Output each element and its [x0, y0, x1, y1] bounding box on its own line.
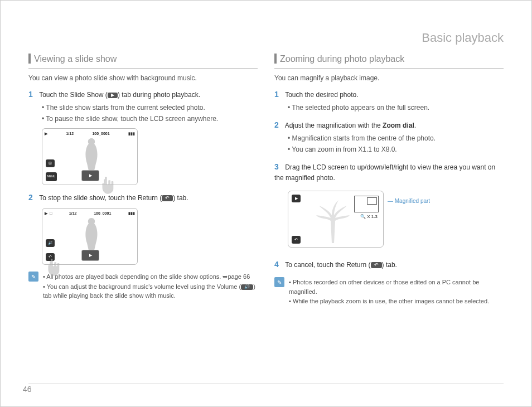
intro-text: You can view a photo slide show with bac…	[28, 73, 258, 83]
lcd-mockup-return: ▶ □ 1/12 100_0001 ▮▮▮ 🔊 ↶ ▶	[42, 208, 138, 265]
touch-hand-icon	[98, 175, 118, 195]
substep: To pause the slide show, touch the LCD s…	[42, 114, 258, 124]
substep: You can zoom in from X1.1 to X8.0.	[288, 144, 504, 154]
section-heading-slideshow: Viewing a slide show	[28, 52, 258, 69]
step-2: 2 Adjust the magnification with the Zoom…	[274, 119, 504, 154]
note-item: All photos are played back depending on …	[43, 272, 258, 282]
return-tab-icon	[371, 262, 382, 268]
heading-bar-icon	[28, 54, 31, 64]
step-text: Drag the LCD screen to up/down/left/righ…	[274, 163, 495, 182]
note-box: ✎ Photos recorded on other devices or th…	[274, 277, 504, 307]
step-text: To stop the slide show, touch the Return…	[39, 194, 188, 202]
battery-icon: ▮▮▮	[128, 211, 135, 217]
play-icon: ▶	[292, 195, 301, 202]
substep: The selected photo appears on the full s…	[288, 103, 504, 113]
left-column: Viewing a slide show You can view a phot…	[28, 52, 258, 307]
counter: 1/12	[69, 211, 77, 217]
palm-tree-icon	[305, 196, 361, 243]
step-number: 4	[274, 259, 283, 270]
step-3: 3 Drag the LCD screen to up/down/left/ri…	[274, 161, 504, 248]
step-text: Touch the Slide Show (▶) tab during phot…	[39, 91, 200, 99]
step-1: 1 Touch the Slide Show (▶) tab during ph…	[28, 89, 258, 185]
return-tab-icon	[162, 195, 173, 201]
heading-text: Viewing a slide show	[34, 54, 117, 64]
note-item: While the playback zoom is in use, the o…	[289, 297, 504, 306]
step-text: Touch the desired photo.	[285, 91, 358, 99]
note-item: Photos recorded on other devices or thos…	[289, 278, 504, 296]
step-number: 3	[274, 161, 283, 173]
note-item: You can adjust the background music's vo…	[43, 282, 258, 301]
page-number: 46	[23, 384, 32, 395]
substep: Magnification starts from the centre of …	[288, 133, 504, 143]
magnify-overview-box	[354, 196, 379, 212]
right-column: Zooming during photo playback You can ma…	[274, 52, 504, 307]
battery-icon: ▮▮▮	[128, 131, 135, 137]
step-number: 1	[274, 89, 283, 100]
section-heading-zoom: Zooming during photo playback	[274, 52, 504, 69]
menu-button: MENU	[46, 172, 57, 181]
slideshow-bar-icon: ▶	[81, 170, 99, 181]
heading-text: Zooming during photo playback	[280, 54, 404, 64]
steps-list: 1 Touch the Slide Show (▶) tab during ph…	[28, 89, 258, 265]
return-icon: ↶	[292, 236, 301, 244]
zoom-level-label: 🔍 X 1.3	[360, 214, 378, 220]
heading-bar-icon	[274, 54, 277, 64]
two-column-layout: Viewing a slide show You can view a phot…	[28, 52, 504, 307]
footer-divider	[28, 384, 504, 384]
substeps: Magnification starts from the centre of …	[288, 133, 504, 154]
substeps: The selected photo appears on the full s…	[288, 103, 504, 113]
note-list: All photos are played back depending on …	[43, 272, 258, 301]
counter: 1/12	[66, 131, 74, 137]
manual-page: Basic playback Viewing a slide show You …	[0, 0, 532, 407]
lcd-mockup-zoom: ▶ 🔍 X 1.3 ↶ — Magnified part	[288, 191, 384, 248]
thumbnail-icon: ⊞	[46, 159, 55, 167]
note-icon: ✎	[28, 272, 38, 282]
intro-text: You can magnify a playback image.	[274, 73, 504, 83]
substep: The slide show starts from the current s…	[42, 103, 258, 113]
magnified-part-callout: — Magnified part	[388, 197, 430, 205]
note-icon: ✎	[274, 277, 284, 287]
step-text: To cancel, touch the Return () tab.	[285, 261, 397, 269]
step-2: 2 To stop the slide show, touch the Retu…	[28, 192, 258, 265]
step-text: Adjust the magnification with the Zoom d…	[285, 122, 416, 129]
play-icon: ▶ □	[45, 211, 52, 217]
chapter-title: Basic playback	[28, 28, 504, 47]
lcd-mockup-play: ▶ 1/12 100_0001 ▮▮▮ ⊞ MENU ▶	[42, 128, 138, 185]
note-list: Photos recorded on other devices or thos…	[289, 277, 504, 307]
step-number: 2	[274, 119, 283, 131]
substeps: The slide show starts from the current s…	[42, 103, 258, 124]
volume-tab-icon: 🔊	[241, 284, 253, 290]
slideshow-bar-icon: ▶	[81, 250, 99, 261]
step-4: 4 To cancel, touch the Return () tab.	[274, 259, 504, 270]
steps-list: 1 Touch the desired photo. The selected …	[274, 89, 504, 270]
volume-icon: 🔊	[46, 239, 55, 247]
step-number: 2	[28, 192, 37, 204]
magnify-region-box	[367, 197, 377, 205]
step-1: 1 Touch the desired photo. The selected …	[274, 89, 504, 113]
step-number: 1	[28, 89, 37, 100]
touch-hand-icon	[43, 256, 64, 277]
slideshow-tab-icon: ▶	[108, 93, 118, 98]
play-icon: ▶	[45, 131, 47, 137]
